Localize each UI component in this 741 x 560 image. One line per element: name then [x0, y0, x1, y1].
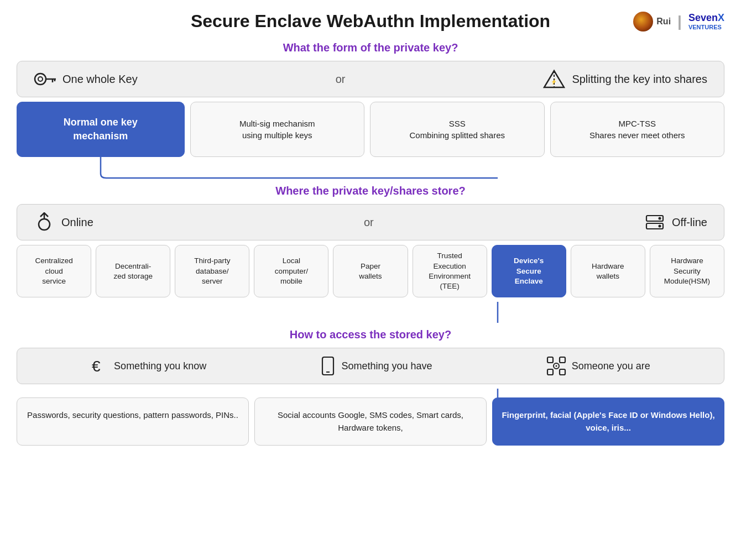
svg-text:€: €	[92, 358, 101, 375]
someone-you-are-section: Someone you are	[546, 356, 650, 376]
logo-x: X	[718, 12, 724, 23]
section-store-label: Where the private key/shares store?	[17, 185, 724, 197]
multisig-label: Multi-sig mechanismusing multiple keys	[239, 118, 315, 141]
multisig-box: Multi-sig mechanismusing multiple keys	[190, 102, 365, 157]
local-computer-box: Localcomputer/mobile	[254, 245, 328, 297]
connector-section-1	[17, 157, 724, 179]
centralized-cloud-label: Centralizedcloudservice	[35, 256, 72, 286]
key-icon	[34, 69, 56, 89]
one-whole-key-label: One whole Key	[62, 73, 138, 86]
someone-you-are-label: Someone you are	[572, 360, 650, 372]
decentralized-storage-box: Decentrali-zed storage	[96, 245, 170, 297]
phone-icon	[320, 356, 336, 376]
password-icon: €	[91, 357, 108, 375]
splitting-key-label: Splitting the key into shares	[572, 73, 707, 86]
online-icon	[34, 212, 55, 232]
logo-avatar	[633, 12, 653, 32]
secure-enclave-box: Device'sSecureEnclave	[492, 245, 566, 297]
svg-rect-19	[560, 357, 565, 363]
passwords-desc-label: Passwords, security questions, pattern p…	[27, 410, 238, 420]
paper-wallets-label: Paperwallets	[359, 261, 382, 281]
hardware-wallets-box: Hardwarewallets	[571, 245, 645, 297]
key-form-row: One whole Key or ⚡ Splitting the key int…	[17, 61, 724, 97]
mpc-tss-box: MPC-TSSShares never meet others	[550, 102, 725, 157]
svg-point-12	[658, 217, 661, 220]
key-form-or: or	[154, 73, 527, 86]
something-you-have-label: Something you have	[341, 360, 432, 372]
passwords-desc-box: Passwords, security questions, pattern p…	[17, 397, 249, 446]
biometric-icon	[546, 356, 566, 376]
logo-ventures: VENTURES	[688, 24, 724, 30]
third-party-db-box: Third-partydatabase/server	[175, 245, 249, 297]
something-you-know-label: Something you know	[114, 360, 206, 372]
online-section: Online	[34, 212, 93, 232]
svg-rect-21	[560, 369, 565, 375]
header-logo: Rui | SevenX VENTURES	[633, 12, 724, 32]
logo-rui: Rui	[656, 17, 671, 27]
hsm-box: HardwareSecurityModule(HSM)	[650, 245, 724, 297]
connector-svg-3	[17, 389, 724, 397]
description-row: Passwords, security questions, pattern p…	[17, 397, 724, 446]
svg-point-1	[38, 77, 43, 81]
fingerprint-desc-label: Fingerprint, facial (Apple's Face ID or …	[502, 410, 714, 432]
something-you-know-section: € Something you know	[91, 357, 206, 375]
section-key-form-label: What the form of the private key?	[17, 41, 724, 54]
tee-label: TrustedExecutionEnvironment(TEE)	[429, 251, 471, 291]
hardware-wallets-label: Hardwarewallets	[592, 261, 624, 281]
secure-enclave-label: Device'sSecureEnclave	[514, 256, 544, 286]
something-you-have-section: Something you have	[320, 356, 432, 376]
paper-wallets-box: Paperwallets	[333, 245, 408, 297]
sss-label: SSSCombining splitted shares	[409, 118, 505, 141]
mpc-tss-label: MPC-TSSShares never meet others	[589, 118, 685, 141]
svg-point-23	[555, 365, 557, 367]
normal-key-mechanism-label: Normal one keymechanism	[64, 116, 138, 143]
decentralized-storage-label: Decentrali-zed storage	[113, 261, 153, 281]
local-computer-label: Localcomputer/mobile	[275, 256, 308, 286]
logo-divider: |	[677, 13, 682, 30]
offline-section: Off-line	[644, 212, 707, 232]
svg-text:⚡: ⚡	[551, 78, 557, 85]
connector-section-2	[17, 302, 724, 323]
tee-box: TrustedExecutionEnvironment(TEE)	[413, 245, 487, 297]
mechanism-row: Normal one keymechanism Multi-sig mechan…	[17, 102, 724, 157]
one-whole-key-section: One whole Key	[34, 69, 138, 89]
svg-point-14	[658, 225, 661, 228]
normal-key-mechanism-box: Normal one keymechanism	[17, 102, 185, 157]
header: Secure Enclave WebAuthn Implementation R…	[17, 11, 724, 32]
connector-svg-1	[17, 157, 724, 179]
hsm-label: HardwareSecurityModule(HSM)	[664, 256, 710, 286]
online-label: Online	[61, 216, 93, 229]
split-icon: ⚡	[543, 69, 565, 89]
access-bar: € Something you know Something you have …	[17, 348, 724, 384]
fingerprint-desc-box: Fingerprint, facial (Apple's Face ID or …	[492, 397, 724, 446]
storage-items-row: Centralizedcloudservice Decentrali-zed s…	[17, 245, 724, 297]
svg-point-9	[39, 219, 50, 230]
offline-label: Off-line	[672, 216, 707, 229]
main-container: Secure Enclave WebAuthn Implementation R…	[17, 11, 724, 446]
social-accounts-desc-label: Social accounts Google, SMS codes, Smart…	[278, 410, 463, 432]
connector-svg-2	[17, 302, 724, 323]
svg-rect-20	[547, 369, 553, 375]
store-or: or	[110, 216, 628, 229]
section-access-label: How to access the stored key?	[17, 328, 724, 341]
store-bar: Online or Off-line	[17, 204, 724, 240]
offline-icon	[644, 212, 665, 232]
centralized-cloud-box: Centralizedcloudservice	[17, 245, 91, 297]
sss-box: SSSCombining splitted shares	[370, 102, 545, 157]
logo-brand: SevenX VENTURES	[688, 12, 724, 30]
splitting-key-section: ⚡ Splitting the key into shares	[543, 69, 707, 89]
third-party-db-label: Third-partydatabase/server	[194, 256, 230, 286]
connector-section-3	[17, 389, 724, 397]
social-accounts-desc-box: Social accounts Google, SMS codes, Smart…	[254, 397, 487, 446]
page-title: Secure Enclave WebAuthn Implementation	[191, 11, 550, 32]
svg-point-0	[35, 74, 46, 85]
logo-seven: Seven	[688, 12, 718, 23]
svg-rect-18	[547, 357, 553, 363]
